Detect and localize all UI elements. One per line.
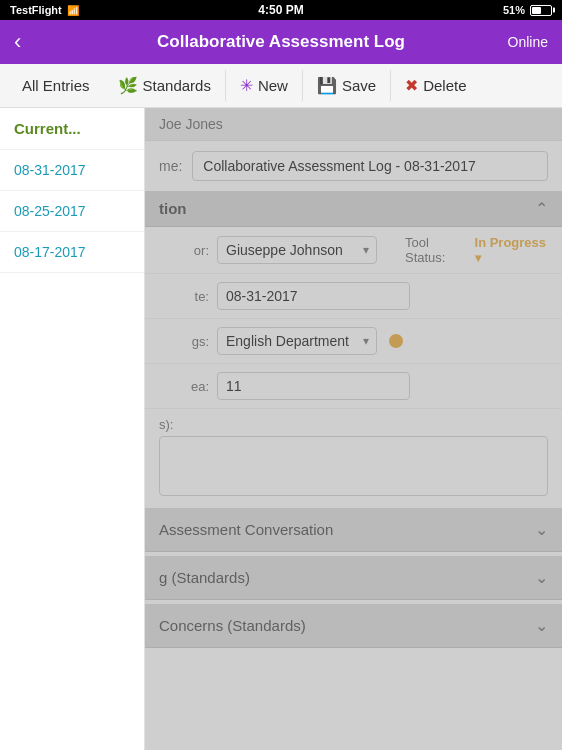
section2-title: Assessment Conversation [159, 521, 333, 538]
new-button[interactable]: ✳ New [226, 70, 303, 101]
name-input[interactable] [192, 151, 548, 181]
content-area: Joe Jones me: tion ⌃ or: Giuseppe Johnso… [145, 108, 562, 750]
save-label: Save [342, 77, 376, 94]
page-title: Collaborative Assessment Log [157, 32, 405, 52]
battery-fill [532, 7, 541, 14]
section4-title: Concerns (Standards) [159, 617, 306, 634]
delete-label: Delete [423, 77, 466, 94]
area-label: ea: [159, 379, 209, 394]
status-bar-right: 51% [503, 4, 552, 16]
all-entries-button[interactable]: All Entries [8, 71, 104, 100]
standards-label: Standards [143, 77, 211, 94]
section3-header[interactable]: g (Standards) ⌄ [145, 556, 562, 600]
section2-chevron: ⌄ [535, 520, 548, 539]
name-label: me: [159, 158, 182, 174]
save-icon: 💾 [317, 76, 337, 95]
save-button[interactable]: 💾 Save [303, 70, 391, 101]
tool-status-label: Tool Status: [405, 235, 467, 265]
new-icon: ✳ [240, 76, 253, 95]
date-input[interactable] [217, 282, 410, 310]
section1-header[interactable]: tion ⌃ [145, 191, 562, 227]
online-status: Online [508, 34, 548, 50]
sidebar-date-2[interactable]: 08-25-2017 [0, 191, 144, 232]
battery-icon [530, 5, 552, 16]
tags-label: gs: [159, 334, 209, 349]
standards-icon: 🌿 [118, 76, 138, 95]
tool-status-dropdown-icon[interactable]: ▾ [475, 251, 481, 265]
sidebar-date-1[interactable]: 08-31-2017 [0, 150, 144, 191]
standards-button[interactable]: 🌿 Standards [104, 70, 226, 101]
sidebar: Current... 08-31-2017 08-25-2017 08-17-2… [0, 108, 145, 750]
delete-button[interactable]: ✖ Delete [391, 70, 480, 101]
new-label: New [258, 77, 288, 94]
tags-row: gs: English Department [145, 319, 562, 364]
date-label: te: [159, 289, 209, 304]
area-input[interactable] [217, 372, 410, 400]
toolbar: All Entries 🌿 Standards ✳ New 💾 Save ✖ D… [0, 64, 562, 108]
author-select-wrapper: Giuseppe Johnson [217, 236, 377, 264]
author-label: or: [159, 243, 209, 258]
area-row: ea: [145, 364, 562, 409]
form-content: Joe Jones me: tion ⌃ or: Giuseppe Johnso… [145, 108, 562, 750]
section3-title: g (Standards) [159, 569, 250, 586]
status-bar: TestFlight 📶 4:50 PM 51% [0, 0, 562, 20]
sidebar-current[interactable]: Current... [0, 108, 144, 150]
author-row: or: Giuseppe Johnson Tool Status: In Pro… [145, 227, 562, 274]
main-layout: Current... 08-31-2017 08-25-2017 08-17-2… [0, 108, 562, 750]
date-row: te: [145, 274, 562, 319]
user-label: Joe Jones [145, 108, 562, 141]
section1-chevron-up: ⌃ [535, 199, 548, 218]
notes-textarea[interactable] [159, 436, 548, 496]
carrier-label: TestFlight [10, 4, 62, 16]
sidebar-date-3[interactable]: 08-17-2017 [0, 232, 144, 273]
section4-header[interactable]: Concerns (Standards) ⌄ [145, 604, 562, 648]
tool-status-value: In Progress ▾ [475, 235, 548, 265]
tags-info-dot [389, 334, 403, 348]
status-bar-left: TestFlight 📶 [10, 4, 79, 16]
user-name: Joe Jones [159, 116, 223, 132]
delete-icon: ✖ [405, 76, 418, 95]
tags-select[interactable]: English Department [217, 327, 377, 355]
title-bar: ‹ Collaborative Assessment Log Online [0, 20, 562, 64]
section4-chevron: ⌄ [535, 616, 548, 635]
notes-label: s): [159, 417, 548, 432]
section1-title: tion [159, 200, 187, 217]
name-row: me: [145, 141, 562, 191]
tags-select-wrapper: English Department [217, 327, 377, 355]
section2-header[interactable]: Assessment Conversation ⌄ [145, 508, 562, 552]
status-bar-time: 4:50 PM [258, 3, 303, 17]
notes-row: s): [145, 409, 562, 504]
section3-chevron: ⌄ [535, 568, 548, 587]
wifi-icon: 📶 [67, 5, 79, 16]
author-select[interactable]: Giuseppe Johnson [217, 236, 377, 264]
back-button[interactable]: ‹ [14, 31, 21, 53]
battery-percent: 51% [503, 4, 525, 16]
